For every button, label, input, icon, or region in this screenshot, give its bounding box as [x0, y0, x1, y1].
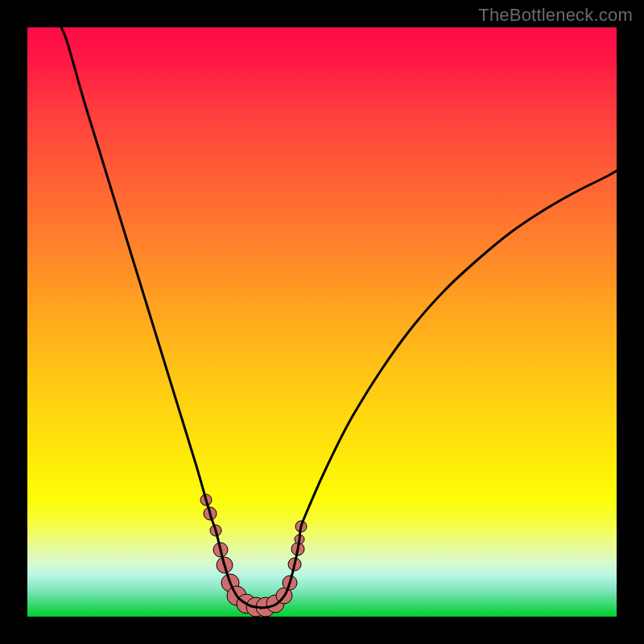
curve-right-branch: [261, 171, 617, 608]
image-frame: TheBottleneck.com: [0, 0, 644, 644]
watermark-text: TheBottleneck.com: [478, 5, 633, 26]
plot-area: [27, 27, 617, 617]
chart-svg: [27, 27, 617, 617]
curve-left-branch: [61, 27, 261, 608]
marker-layer: [200, 494, 307, 617]
